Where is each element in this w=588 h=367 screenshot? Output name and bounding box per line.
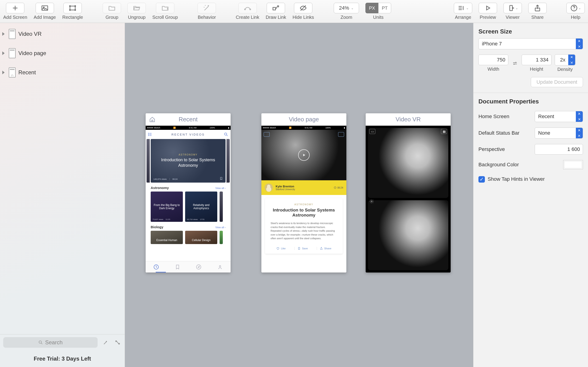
- author-university: Stanford Univercity: [276, 188, 295, 191]
- rectangle-button[interactable]: [63, 3, 82, 13]
- help-label: Help: [571, 15, 580, 20]
- hide-links-button[interactable]: [294, 3, 312, 13]
- share-button[interactable]: [528, 3, 547, 13]
- add-image-label: Add Image: [34, 15, 56, 20]
- hero-meta: 146,974 views 06:24: [153, 178, 178, 180]
- video-card: Essential Human: [151, 231, 183, 244]
- connections-button[interactable]: [114, 339, 121, 346]
- create-link-button[interactable]: [238, 3, 257, 13]
- help-button[interactable]: ⌄: [566, 3, 585, 13]
- video-title: Introduction to Solar Systems Astronomy: [271, 208, 337, 218]
- add-image-button[interactable]: [36, 3, 54, 13]
- svg-point-13: [574, 9, 574, 10]
- play-button: [298, 149, 310, 161]
- tool-group-units: PX PT Units: [365, 3, 391, 20]
- hide-links-label: Hide Links: [293, 15, 314, 20]
- link-icon: [244, 4, 251, 12]
- chevron-down-icon: ⌄: [466, 6, 469, 10]
- vr-view: [366, 126, 451, 273]
- units-pt-button[interactable]: PT: [378, 3, 391, 13]
- height-input[interactable]: 1 334: [522, 55, 552, 65]
- units-px-button[interactable]: PX: [365, 3, 378, 13]
- status-bar-select[interactable]: None: [535, 127, 583, 139]
- disclosure-arrow-icon[interactable]: [2, 51, 6, 55]
- zoom-dropdown[interactable]: 24% ⌄: [334, 3, 359, 13]
- add-screen-button[interactable]: [6, 3, 24, 13]
- background-color-swatch[interactable]: [563, 160, 583, 169]
- status-bar-label: Default Status Bar: [478, 130, 519, 136]
- folder-scroll-icon: [161, 4, 169, 12]
- checkbox-checked-icon[interactable]: ✓: [478, 176, 485, 183]
- svg-point-4: [75, 6, 76, 6]
- folder-icon: [108, 4, 116, 12]
- home-screen-select[interactable]: Recent: [535, 111, 583, 122]
- width-input[interactable]: 750: [478, 55, 508, 65]
- svg-point-14: [39, 341, 42, 343]
- view-all-link: View all ›: [216, 187, 225, 190]
- add-screen-label: Add Screen: [3, 15, 27, 20]
- device-select[interactable]: iPhone 7: [478, 38, 583, 49]
- hero-category: ASTRONOMY: [179, 153, 198, 156]
- dimension-row: 750 Width 1 334 Height 2x Density: [478, 54, 583, 72]
- group-button[interactable]: [103, 3, 121, 13]
- screen-size-heading: Screen Size: [473, 23, 588, 38]
- draw-link-button[interactable]: [267, 3, 285, 13]
- tree-item-recent[interactable]: Recent: [0, 63, 125, 82]
- ungroup-button[interactable]: [128, 3, 146, 13]
- heart-icon: [276, 247, 279, 250]
- tool-group-ungroup: Ungroup: [128, 3, 146, 20]
- status-bar: ●●●●● Sketch📶 9:41 AM 100%▮: [261, 126, 346, 130]
- disclosure-arrow-icon[interactable]: [2, 32, 6, 36]
- svg-point-16: [119, 343, 120, 344]
- play-icon: [484, 4, 492, 12]
- viewer-button[interactable]: ⌄: [503, 3, 522, 13]
- disclosure-arrow-icon[interactable]: [2, 71, 6, 74]
- tool-group-behavior: Behavior: [198, 3, 216, 20]
- video-duration: 06:24: [334, 186, 343, 189]
- tab-underline: [156, 272, 166, 273]
- magic-button[interactable]: [102, 339, 110, 346]
- share-label: Share: [531, 15, 544, 20]
- artboard-title: Video VR: [366, 113, 451, 126]
- tree-item-video-page[interactable]: Video page: [0, 44, 125, 63]
- swap-dimensions-button[interactable]: [511, 60, 519, 67]
- rectangle-label: Rectangle: [62, 15, 83, 20]
- svg-point-15: [115, 341, 116, 342]
- preview-button[interactable]: [479, 3, 497, 13]
- hero-carousel: ASTRONOMY Introduction to Solar Systems …: [146, 139, 231, 183]
- back-chip-icon: [264, 132, 270, 137]
- artboard-recent[interactable]: Recent ●●●●● Sketch 📶 9:41 AM 100% ▮ REC…: [146, 113, 231, 273]
- video-card-peek: [220, 192, 223, 222]
- sidebar: Video VR Video page Recent Search: [0, 23, 125, 367]
- density-select[interactable]: 2x: [555, 54, 575, 65]
- svg-point-19: [148, 135, 149, 136]
- artboard-video-vr[interactable]: Video VR ▭ ▮▮: [366, 113, 451, 273]
- tool-group-share: Share: [528, 3, 547, 20]
- perspective-input[interactable]: 1 600: [535, 144, 583, 155]
- arrange-button[interactable]: ⌄: [454, 3, 472, 13]
- artboard-title: Recent: [146, 113, 231, 126]
- canvas[interactable]: Recent ●●●●● Sketch 📶 9:41 AM 100% ▮ REC…: [125, 23, 473, 367]
- svg-point-6: [75, 9, 76, 10]
- tap-hints-row[interactable]: ✓Show Tap Hints in Viewer: [473, 172, 588, 187]
- density-label: Density: [557, 67, 573, 72]
- tree-item-video-vr[interactable]: Video VR: [0, 24, 125, 44]
- home-screen-label: Home Screen: [478, 114, 510, 119]
- video-card: From the Big Bang to Dark Energy 73,637 …: [151, 192, 183, 222]
- artboard-video-page[interactable]: Video page ●●●●● Sketch📶 9:41 AM 100%▮ K…: [261, 113, 346, 273]
- wand-icon: [203, 4, 211, 12]
- scroll-group-button[interactable]: [156, 3, 174, 13]
- hero-prev: [147, 139, 150, 183]
- header-title: RECENT VIDEOS: [153, 133, 224, 136]
- update-document-button[interactable]: Update Document: [531, 77, 583, 87]
- rectangle-icon: [69, 4, 77, 12]
- ungroup-label: Ungroup: [128, 15, 146, 20]
- svg-point-25: [371, 201, 372, 202]
- folder-open-icon: [133, 4, 141, 12]
- behavior-button[interactable]: [198, 3, 216, 13]
- behavior-label: Behavior: [198, 15, 216, 20]
- tool-group-hide-links: Hide Links: [293, 3, 314, 20]
- search-input[interactable]: Search: [3, 337, 98, 348]
- section-name: Astronomy: [151, 186, 169, 190]
- device-value: iPhone 7: [482, 41, 502, 47]
